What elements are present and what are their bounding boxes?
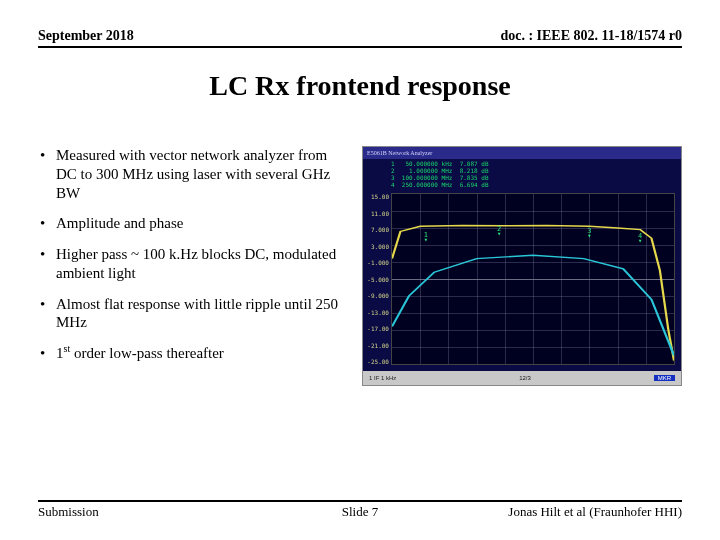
bullet-text: Measured with vector network analyzer fr… <box>56 147 330 201</box>
y-tick: 7.000 <box>367 226 389 233</box>
footer-center: Slide 7 <box>38 504 682 520</box>
bullet-item: Measured with vector network analyzer fr… <box>38 146 348 202</box>
footer-bar: Submission Slide 7 Jonas Hilt et al (Fra… <box>38 500 682 520</box>
bullet-list: Measured with vector network analyzer fr… <box>38 146 348 386</box>
bullet-item: Higher pass ~ 100 k.Hz blocks DC, modula… <box>38 245 348 283</box>
bullet-text: Amplitude and phase <box>56 215 183 231</box>
y-tick: -13.00 <box>367 309 389 316</box>
page-title: LC Rx frontend response <box>38 70 682 102</box>
y-tick: -1.000 <box>367 259 389 266</box>
y-tick: -5.000 <box>367 276 389 283</box>
y-axis-labels: 15.00 11.00 7.000 3.000 -1.000 -5.000 -9… <box>367 193 389 365</box>
y-tick: -9.000 <box>367 292 389 299</box>
phase-trace <box>392 255 674 355</box>
marker-2: 2 <box>496 225 502 231</box>
marker-readouts: 1 50.000000 kHz 7.087 dB 2 1.000000 MHz … <box>391 161 489 189</box>
y-tick: -17.00 <box>367 325 389 332</box>
bullet-item: 1st order low-pass thereafter <box>38 344 348 363</box>
marker-3: 3 <box>586 227 592 233</box>
bullet-text: 1st order low-pass thereafter <box>56 345 224 361</box>
marker-1: 1 <box>423 231 429 237</box>
marker-4: 4 <box>637 232 643 238</box>
status-center: 12/3 <box>519 375 531 381</box>
y-tick: 3.000 <box>367 243 389 250</box>
bullet-text: Almost flat response with little ripple … <box>56 296 338 331</box>
amplitude-trace <box>392 225 674 360</box>
header-docref: doc. : IEEE 802. 11-18/1574 r0 <box>500 28 682 44</box>
analyzer-statusbar: 1 IF 1 kHz 12/3 MKR <box>363 371 681 385</box>
y-tick: -21.00 <box>367 342 389 349</box>
analyzer-screenshot: E5061B Network Analyzer 1 50.000000 kHz … <box>362 146 682 386</box>
status-badge: MKR <box>654 375 675 381</box>
header-date: September 2018 <box>38 28 134 44</box>
y-tick: 11.00 <box>367 210 389 217</box>
bullet-text: Higher pass ~ 100 k.Hz blocks DC, modula… <box>56 246 336 281</box>
status-left: 1 IF 1 kHz <box>369 375 396 381</box>
y-tick: 15.00 <box>367 193 389 200</box>
y-tick: -25.00 <box>367 358 389 365</box>
slide: September 2018 doc. : IEEE 802. 11-18/15… <box>0 0 720 540</box>
response-curves <box>392 194 674 364</box>
content-row: Measured with vector network analyzer fr… <box>38 146 682 386</box>
analyzer-titlebar: E5061B Network Analyzer <box>363 147 681 159</box>
bullet-item: Almost flat response with little ripple … <box>38 295 348 333</box>
header-bar: September 2018 doc. : IEEE 802. 11-18/15… <box>38 28 682 48</box>
plot-area: 1 2 3 4 <box>391 193 675 365</box>
bullet-item: Amplitude and phase <box>38 214 348 233</box>
